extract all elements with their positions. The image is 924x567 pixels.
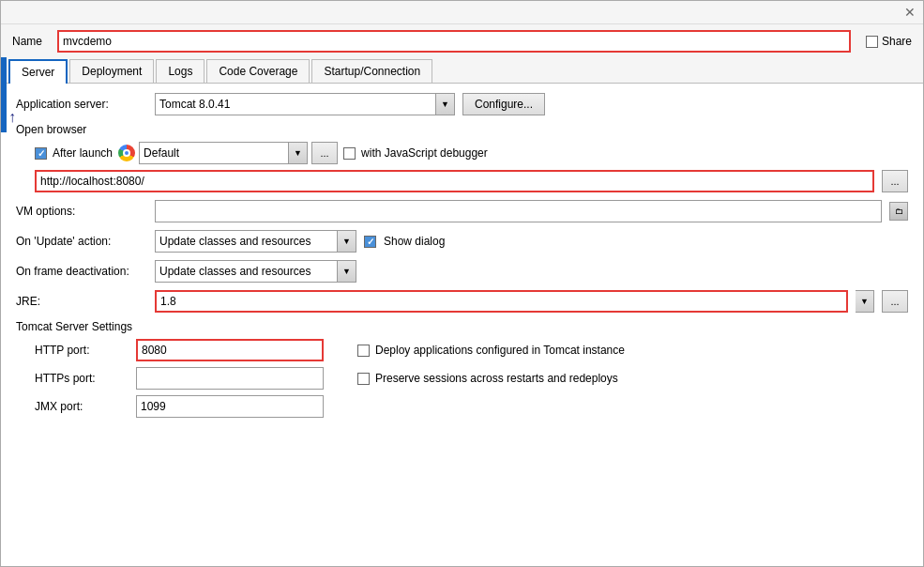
- tab-server[interactable]: Server: [8, 59, 68, 84]
- after-launch-label: After launch: [53, 146, 113, 160]
- browser-select-container: ▼: [139, 142, 308, 164]
- share-container: Share: [866, 35, 912, 48]
- jmx-port-input[interactable]: [136, 395, 324, 418]
- url-input[interactable]: [35, 170, 874, 192]
- on-update-input: [155, 230, 338, 253]
- after-launch-checkbox[interactable]: ✓: [35, 147, 47, 160]
- preserve-sessions-checkbox[interactable]: [357, 373, 370, 385]
- open-browser-indent: ✓ After launch ▼ ... with JavaScript deb…: [16, 142, 908, 192]
- https-port-input[interactable]: [136, 367, 324, 390]
- vm-options-row: VM options: 🗀: [16, 200, 908, 222]
- chrome-icon: [118, 145, 135, 161]
- jmx-port-label: JMX port:: [35, 400, 129, 413]
- on-frame-row: On frame deactivation: ▼: [16, 260, 908, 283]
- js-debugger-label: with JavaScript debugger: [361, 146, 488, 160]
- on-frame-input: [155, 260, 338, 283]
- browser-input: [139, 142, 289, 164]
- title-bar: ✕: [1, 1, 923, 24]
- arrow-indicator: ↑: [8, 109, 16, 126]
- app-server-select-container: ▼: [155, 93, 455, 115]
- browser-dropdown-btn[interactable]: ▼: [289, 142, 308, 164]
- name-row: Name Share: [1, 24, 923, 58]
- deploy-apps-label: Deploy applications configured in Tomcat…: [375, 344, 625, 357]
- server-content: Application server: ▼ Configure... Open …: [1, 84, 923, 566]
- left-indicator-bar: [1, 57, 7, 132]
- show-dialog-checkbox[interactable]: ✓: [364, 236, 376, 248]
- jre-label: JRE:: [16, 295, 147, 308]
- vm-options-icon[interactable]: 🗀: [889, 202, 908, 221]
- after-launch-row: ✓ After launch ▼ ... with JavaScript deb…: [35, 142, 908, 164]
- http-port-row: HTTP port: Deploy applications configure…: [35, 339, 908, 361]
- on-frame-label: On frame deactivation:: [16, 265, 147, 278]
- preserve-sessions-right: Preserve sessions across restarts and re…: [357, 372, 618, 385]
- vm-options-input[interactable]: [155, 200, 882, 222]
- chrome-inner: [123, 149, 130, 157]
- tomcat-settings-label: Tomcat Server Settings: [16, 320, 908, 333]
- app-server-row: Application server: ▼ Configure...: [16, 93, 908, 115]
- jre-input[interactable]: [155, 290, 848, 313]
- on-update-select-container: ▼: [155, 230, 356, 253]
- tab-logs[interactable]: Logs: [156, 59, 204, 84]
- tab-code-coverage[interactable]: Code Coverage: [206, 59, 310, 84]
- http-port-left: HTTP port:: [35, 339, 324, 361]
- name-label: Name: [12, 35, 50, 48]
- jmx-port-left: JMX port:: [35, 395, 324, 418]
- checkmark-icon: ✓: [38, 148, 45, 159]
- browser-selector: ▼ ...: [118, 142, 338, 164]
- open-browser-label: Open browser: [16, 123, 908, 136]
- tomcat-settings-section: Tomcat Server Settings HTTP port: Deploy…: [16, 320, 908, 418]
- tomcat-settings-indent: HTTP port: Deploy applications configure…: [16, 339, 908, 418]
- on-update-label: On 'Update' action:: [16, 235, 147, 248]
- app-server-dropdown-btn[interactable]: ▼: [436, 93, 455, 115]
- http-port-input[interactable]: [136, 339, 324, 361]
- js-debugger-checkbox[interactable]: [343, 147, 356, 160]
- vm-options-label: VM options:: [16, 205, 147, 218]
- show-dialog-checkmark: ✓: [367, 237, 374, 247]
- deploy-apps-checkbox[interactable]: [357, 345, 370, 357]
- https-port-left: HTTPs port:: [35, 367, 324, 390]
- show-dialog-label: Show dialog: [384, 235, 445, 248]
- tab-deployment[interactable]: Deployment: [69, 59, 154, 84]
- url-row: ...: [35, 170, 908, 192]
- https-port-label: HTTPs port:: [35, 372, 129, 385]
- share-label: Share: [882, 35, 912, 48]
- jre-row: JRE: ▼ ...: [16, 290, 908, 313]
- app-server-label: Application server:: [16, 98, 147, 111]
- preserve-sessions-label: Preserve sessions across restarts and re…: [375, 372, 618, 385]
- deploy-apps-right: Deploy applications configured in Tomcat…: [357, 344, 625, 357]
- on-frame-dropdown-btn[interactable]: ▼: [338, 260, 356, 283]
- jre-browse-btn[interactable]: ...: [882, 290, 908, 313]
- url-browse-btn[interactable]: ...: [882, 170, 908, 192]
- on-update-dropdown-btn[interactable]: ▼: [338, 230, 356, 253]
- close-button[interactable]: ✕: [902, 5, 917, 20]
- tab-startup-connection[interactable]: Startup/Connection: [311, 59, 432, 84]
- share-checkbox[interactable]: [866, 36, 878, 48]
- jmx-port-row: JMX port:: [35, 395, 908, 418]
- name-input[interactable]: [57, 30, 851, 53]
- jre-dropdown-btn[interactable]: ▼: [856, 290, 874, 313]
- tabs-bar: Server Deployment Logs Code Coverage Sta…: [1, 58, 923, 84]
- on-update-row: On 'Update' action: ▼ ✓ Show dialog: [16, 230, 908, 253]
- configure-button[interactable]: Configure...: [462, 93, 545, 115]
- on-frame-select-container: ▼: [155, 260, 356, 283]
- vm-icon-glyph: 🗀: [895, 207, 903, 216]
- https-port-row: HTTPs port: Preserve sessions across res…: [35, 367, 908, 390]
- run-debug-dialog: ✕ Name Share Server Deployment Logs Code…: [0, 0, 924, 567]
- app-server-input: [155, 93, 436, 115]
- http-port-label: HTTP port:: [35, 344, 129, 357]
- browser-browse-btn[interactable]: ...: [311, 142, 338, 164]
